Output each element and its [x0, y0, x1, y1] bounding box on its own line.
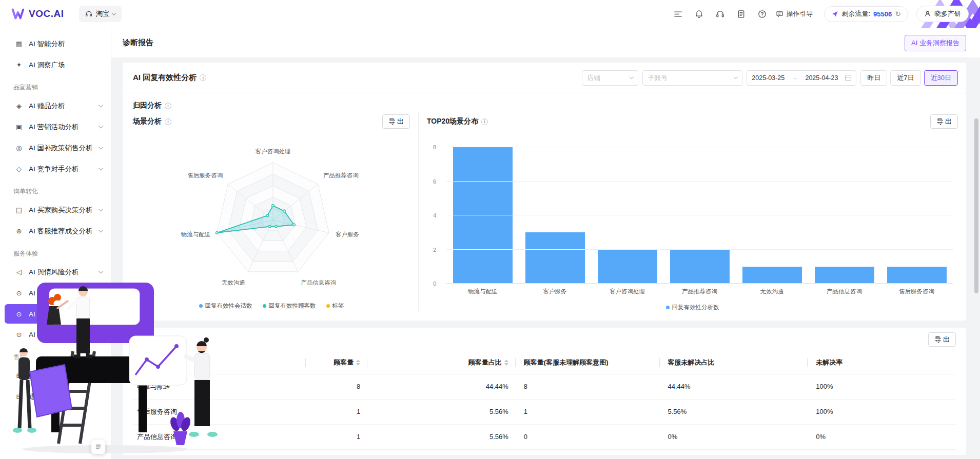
shop-select[interactable]: 店铺	[582, 70, 638, 86]
table-cell: 0	[516, 424, 660, 449]
chevron-down-icon	[99, 103, 104, 108]
sidebar-group-label: 售后	[0, 345, 111, 365]
competitor-icon: ◇	[14, 165, 24, 173]
vertical-scrollbar-thumb[interactable]	[974, 118, 978, 293]
gridline	[446, 283, 953, 284]
platform-switcher[interactable]: 淘宝	[79, 6, 122, 22]
scene-table: 顾客量顾客量占比顾客量(客服未理解顾客意图)客服未解决占比未解决率 物流与配送8…	[133, 351, 956, 450]
table-row: 产品信息咨询15.56%00%0%	[133, 424, 956, 449]
chevron-down-icon	[734, 75, 738, 79]
topbar: VOC.AI 淘宝 操作引导	[0, 0, 980, 28]
bar[interactable]	[670, 250, 730, 284]
headset-icon	[85, 10, 92, 17]
bars	[446, 147, 953, 284]
dot-icon: ⊙	[14, 310, 24, 318]
document-icon[interactable]	[737, 10, 746, 18]
grid-icon: ▦	[14, 40, 24, 48]
user-icon	[924, 10, 931, 17]
info-icon	[200, 74, 206, 81]
sidebar-item[interactable]: ◇AI 竞争对手分析	[0, 158, 111, 179]
dot-icon: ⊙	[14, 289, 24, 297]
sidebar-item[interactable]: ✦AI 洞察广场	[0, 54, 111, 75]
table-cell: 44.44%	[367, 374, 516, 399]
export-button[interactable]: 导 出	[930, 114, 958, 129]
quota-label: 剩余流量:	[841, 9, 870, 18]
notification-bell-icon[interactable]	[695, 10, 703, 18]
sort-icon[interactable]	[356, 360, 360, 366]
sidebar-item[interactable]: ⊙AI	[0, 324, 111, 345]
info-icon	[165, 103, 171, 109]
voc-ai-logo[interactable]: VOC.AI	[11, 7, 64, 21]
menu-list-icon[interactable]	[674, 10, 682, 18]
sidebar-item[interactable]: ▣AI 营销活动分析	[0, 116, 111, 137]
page-title: 诊断报告	[123, 38, 153, 48]
bar[interactable]	[598, 250, 657, 284]
date-range-picker[interactable]: 2025-03-25 → 2025-04-23	[747, 70, 856, 86]
campaign-icon: ▣	[14, 123, 24, 131]
ai-insight-report-button[interactable]: AI 业务洞察报告	[905, 35, 966, 51]
legend-item[interactable]: 回复有效性会话数	[199, 302, 252, 310]
sidebar-item-label: 产品售后问题分析	[29, 371, 103, 381]
sidebar-item[interactable]: ▦AI 智能分析	[0, 33, 111, 54]
operation-guide-button[interactable]: 操作引导	[776, 9, 813, 18]
table-cell: 8	[516, 374, 660, 399]
quick-range-button[interactable]: 昨日	[860, 70, 887, 86]
table-row: 物流与配送844.44%844.44%100%	[133, 374, 956, 399]
notes-floating-button[interactable]	[91, 440, 105, 454]
legend-dot	[326, 304, 330, 308]
paper-plane-icon	[831, 10, 838, 17]
legend-item[interactable]: 回复有效性分析数	[666, 304, 719, 311]
gridline	[446, 249, 953, 250]
filters: 店铺 子账号 2025-03-25 → 2025-04-23 昨日近7日近30日	[582, 70, 958, 86]
table-cell: 1	[306, 399, 367, 424]
info-icon	[165, 118, 171, 125]
sidebar-item[interactable]: ⊕AI 客服推荐成交分析	[0, 221, 111, 242]
quick-ranges: 昨日近7日近30日	[860, 70, 958, 86]
sidebar-item[interactable]: ◎AI 国补政策销售分析	[0, 137, 111, 158]
column-header[interactable]: 顾客量占比	[367, 351, 516, 374]
sidebar-item-label: AI 洞察广场	[29, 61, 103, 70]
aftersale-icon: ⊞	[14, 372, 24, 380]
bar[interactable]	[525, 232, 585, 284]
date-end: 2025-04-23	[805, 74, 838, 82]
legend-dot	[666, 306, 670, 309]
subaccount-select[interactable]: 子账号	[642, 70, 742, 86]
scene-analysis-title: 场景分析	[133, 117, 171, 126]
sidebar-menu: ▦AI 智能分析✦AI 洞察广场品宣营销◈AI 赠品分析▣AI 营销活动分析◎A…	[0, 28, 111, 407]
y-axis-tick: 4	[433, 212, 436, 218]
sidebar-item[interactable]: ◁AI 舆情风险分析	[0, 262, 111, 283]
dot-icon: ⊙	[14, 331, 24, 338]
export-button[interactable]: 导 出	[382, 114, 410, 129]
quick-range-button[interactable]: 近7日	[890, 70, 920, 86]
y-axis-tick: 6	[433, 178, 436, 185]
subsidy-icon: ◎	[14, 144, 24, 152]
bar[interactable]	[453, 147, 513, 284]
top20-title: TOP20场景分布	[427, 117, 488, 126]
sidebar-item[interactable]: ⊟退货分析	[0, 386, 111, 407]
sidebar-item[interactable]: ▤AI 买家购买决策分析	[0, 199, 111, 221]
help-icon[interactable]	[758, 10, 767, 18]
export-button[interactable]: 导 出	[928, 332, 956, 347]
bar[interactable]	[887, 267, 947, 284]
sort-icon[interactable]	[504, 360, 508, 366]
bar[interactable]	[815, 267, 874, 284]
legend-item[interactable]: 回复有效性顾客数	[263, 302, 316, 310]
refresh-icon[interactable]: ↻	[895, 10, 901, 18]
account-button[interactable]: 晓多产研	[916, 6, 969, 22]
sidebar-item[interactable]: ⊞产品售后问题分析	[0, 365, 111, 386]
sidebar-item[interactable]: ⊙AI	[5, 304, 106, 324]
column-header[interactable]: 顾客量	[306, 351, 367, 374]
sidebar-item-label: AI 国补政策销售分析	[29, 144, 99, 153]
bar[interactable]	[742, 267, 802, 284]
customer-service-icon[interactable]	[716, 10, 724, 18]
sidebar-group-label: 品宣营销	[0, 75, 111, 95]
remaining-quota-pill[interactable]: 剩余流量: 95506 ↻	[824, 6, 908, 22]
table-row: 售后服务咨询15.56%15.56%100%	[133, 399, 956, 424]
scene-analysis-panel: 场景分析 导 出 客户咨询处理产品推荐咨询客户服务产品信息咨询无效沟通物流与配送…	[133, 111, 419, 311]
quick-range-button[interactable]: 近30日	[924, 70, 958, 86]
sidebar-item[interactable]: ◈AI 赠品分析	[0, 95, 111, 116]
chevron-down-icon	[99, 145, 104, 150]
sidebar-item[interactable]: ⊙AI	[0, 283, 111, 304]
table-cell: 物流与配送	[133, 374, 306, 399]
legend-item[interactable]: 标签	[326, 302, 344, 310]
